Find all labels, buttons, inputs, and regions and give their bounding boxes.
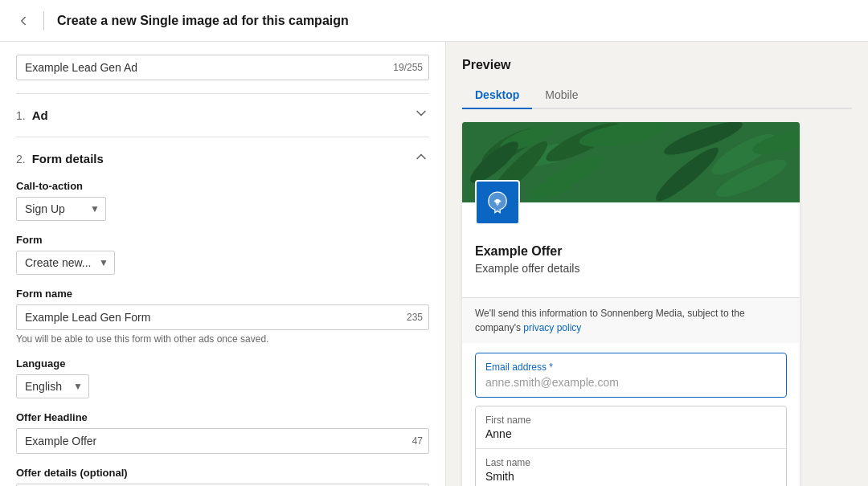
cta-select[interactable]: Sign Up Download Learn more (16, 197, 106, 221)
page-title: Create a new Single image ad for this ca… (57, 14, 349, 28)
ad-section-left: 1. Ad (16, 108, 48, 122)
form-select-group: Form Create new... ▼ (16, 234, 429, 275)
ad-section-number: 1. (16, 109, 26, 122)
privacy-policy-link[interactable]: privacy policy (523, 322, 581, 333)
offer-details-label: Offer details (optional) (16, 467, 429, 479)
form-section-number: 2. (16, 153, 26, 165)
last-name-value: Smith (485, 470, 776, 483)
preview-tabs: Desktop Mobile (462, 82, 852, 109)
ad-chevron-down-icon (413, 105, 429, 125)
form-name-group: Form name 235 You will be able to use th… (16, 288, 429, 345)
last-name-label: Last name (485, 457, 776, 468)
form-section-title: Form details (32, 152, 104, 165)
offer-logo-area (462, 180, 800, 238)
offer-details-group: Offer details (optional) Example offer d… (16, 467, 429, 486)
ad-name-char-count: 19/255 (393, 62, 423, 73)
privacy-notice: We'll send this information to Sonnenber… (462, 297, 800, 343)
email-field-label: Email address * (485, 361, 776, 373)
email-preview-field: Email address * anne.smith@example.com (475, 353, 787, 398)
ad-section-header[interactable]: 1. Ad (16, 93, 429, 137)
form-section-header[interactable]: 2. Form details (16, 137, 429, 180)
ad-name-group: 19/255 (16, 55, 429, 80)
language-group: Language English Spanish French ▼ (16, 357, 429, 398)
offer-headline-input[interactable] (16, 428, 429, 454)
main-layout: 19/255 1. Ad 2. Form details (0, 42, 868, 486)
offer-headline-group: Offer Headline 47 (16, 411, 429, 454)
first-name-value: Anne (485, 427, 776, 440)
top-bar: Create a new Single image ad for this ca… (0, 0, 868, 42)
language-select[interactable]: English Spanish French (16, 374, 89, 398)
name-preview-fields: First name Anne Last name Smith (475, 406, 787, 486)
preview-title: Preview (462, 58, 852, 72)
ad-name-input[interactable] (16, 55, 429, 80)
preview-card: Example Offer Example offer details We'l… (462, 122, 800, 486)
offer-details-preview: Example offer details (475, 262, 787, 275)
cta-label: Call-to-action (16, 180, 429, 192)
back-button[interactable] (16, 14, 31, 28)
cta-select-wrapper: Sign Up Download Learn more ▼ (16, 197, 106, 221)
divider (43, 11, 44, 31)
form-name-char-count: 235 (407, 312, 423, 323)
ad-name-field-wrapper: 19/255 (16, 55, 429, 80)
svg-point-16 (496, 199, 500, 203)
form-name-hint: You will be able to use this form with o… (16, 333, 429, 345)
form-name-input[interactable] (16, 304, 429, 330)
ad-section-title: Ad (32, 108, 48, 122)
form-select[interactable]: Create new... (16, 251, 115, 275)
form-name-wrapper: 235 (16, 304, 429, 330)
privacy-text: We'll send this information to Sonnenber… (475, 308, 745, 333)
offer-headline-char-count: 47 (412, 435, 423, 447)
offer-name: Example Offer (475, 244, 787, 259)
tab-mobile[interactable]: Mobile (532, 82, 591, 109)
last-name-row: Last name Smith (476, 449, 786, 486)
form-details-section: Call-to-action Sign Up Download Learn mo… (16, 180, 429, 486)
form-chevron-up-icon (413, 149, 429, 169)
form-fields-preview: Email address * anne.smith@example.com F… (462, 343, 800, 486)
form-name-label: Form name (16, 288, 429, 300)
left-panel: 19/255 1. Ad 2. Form details (0, 42, 446, 486)
email-field-value: anne.smith@example.com (485, 376, 776, 389)
offer-logo (475, 180, 520, 225)
form-section-left: 2. Form details (16, 152, 104, 165)
offer-headline-label: Offer Headline (16, 411, 429, 423)
language-label: Language (16, 357, 429, 370)
offer-headline-wrapper: 47 (16, 428, 429, 454)
offer-content: Example Offer Example offer details (462, 238, 800, 297)
cta-group: Call-to-action Sign Up Download Learn mo… (16, 180, 429, 221)
form-select-label: Form (16, 234, 429, 246)
tab-desktop[interactable]: Desktop (462, 82, 532, 109)
first-name-row: First name Anne (476, 406, 786, 449)
right-panel: Preview Desktop Mobile (446, 42, 868, 486)
first-name-label: First name (485, 415, 776, 426)
form-select-wrapper: Create new... ▼ (16, 251, 115, 275)
language-select-wrapper: English Spanish French ▼ (16, 374, 89, 398)
